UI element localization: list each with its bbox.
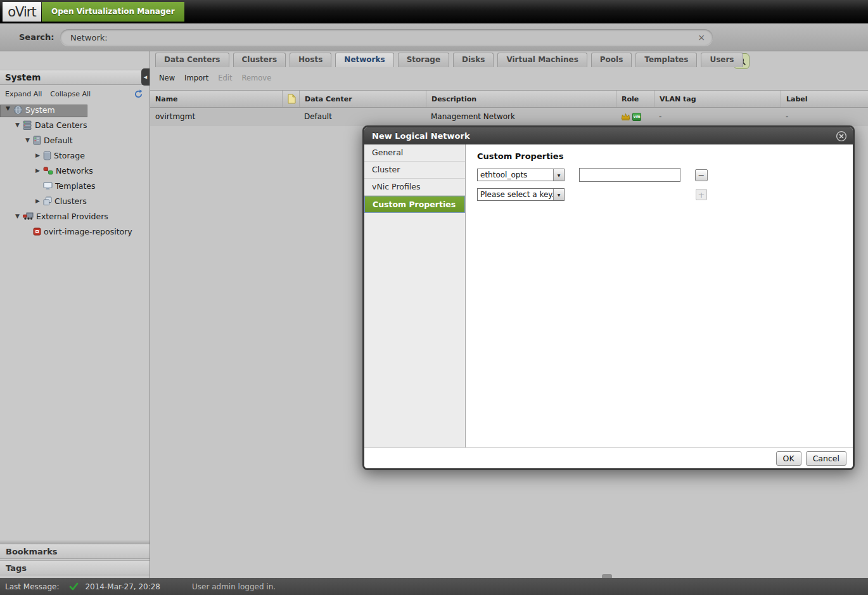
expand-all-link[interactable]: Expand All: [5, 90, 42, 98]
image-repository-icon: [33, 227, 41, 236]
tab-storage[interactable]: Storage: [398, 53, 449, 67]
top-bar: oVirt Open Virtualization Manager: [0, 0, 868, 23]
cell-name: ovirtmgmt: [150, 108, 282, 125]
import-button[interactable]: Import: [184, 74, 208, 82]
tab-data-centers[interactable]: Data Centers: [155, 53, 229, 67]
dialog-body: General Cluster vNic Profiles Custom Pro…: [364, 144, 853, 447]
expander-open-icon[interactable]: ▼: [23, 137, 32, 143]
dialog-tab-general[interactable]: General: [364, 144, 465, 162]
column-name[interactable]: Name: [150, 91, 282, 107]
note-icon: [288, 94, 296, 104]
tree-item-ovirt-image-repository[interactable]: ovirt-image-repository: [0, 224, 150, 239]
system-tree-sidebar: System ◀ Expand All Collapse All ▼ Syste…: [0, 51, 150, 578]
close-icon: [836, 131, 847, 142]
refresh-icon[interactable]: [134, 89, 143, 99]
cell-comment: [282, 108, 299, 125]
main-nav-tabs: Data Centers Clusters Hosts Networks Sto…: [155, 53, 868, 67]
column-vlan-tag[interactable]: VLAN tag: [654, 91, 781, 107]
dropdown-arrow-icon: ▼: [553, 189, 564, 200]
tree-item-label: Clusters: [54, 196, 87, 206]
bookmarks-section-header[interactable]: Bookmarks: [0, 544, 150, 559]
custom-properties-heading: Custom Properties: [477, 151, 853, 161]
search-label: Search:: [19, 23, 54, 51]
external-providers-icon: [23, 212, 34, 221]
tree-item-label: Networks: [56, 166, 93, 176]
cell-label: -: [781, 108, 868, 125]
tree-item-label: System: [25, 105, 55, 117]
add-property-button: +: [696, 189, 707, 200]
column-label[interactable]: Label: [781, 91, 868, 107]
property-key-select[interactable]: ethtool_opts ▼: [477, 169, 565, 181]
dialog-close-button[interactable]: [836, 131, 847, 142]
expander-open-icon[interactable]: ▼: [4, 105, 12, 117]
tree-item-networks[interactable]: ▶ Networks: [0, 163, 150, 178]
remove-property-button[interactable]: −: [695, 169, 708, 181]
tab-users[interactable]: Users: [701, 53, 743, 67]
clear-search-icon[interactable]: ×: [696, 32, 706, 42]
tags-section-header[interactable]: Tags: [0, 560, 150, 575]
tree-item-clusters[interactable]: ▶ Clusters: [0, 193, 150, 208]
tab-clusters[interactable]: Clusters: [233, 53, 286, 67]
management-network-crown-icon: [621, 113, 630, 121]
templates-icon: [43, 182, 53, 190]
tree-item-label: ovirt-image-repository: [44, 227, 132, 236]
system-globe-icon: [13, 105, 23, 115]
custom-properties-panel: Custom Properties ethtool_opts ▼ − Pleas…: [466, 144, 853, 447]
tab-pools[interactable]: Pools: [591, 53, 632, 67]
system-tree: ▼ System ▼ Data Centers ▼: [0, 105, 150, 239]
app-title-badge: Open Virtualization Manager: [42, 2, 184, 22]
dialog-tab-cluster[interactable]: Cluster: [364, 162, 465, 179]
dialog-tab-vnic-profiles[interactable]: vNic Profiles: [364, 179, 465, 196]
tree-item-label: Default: [44, 136, 73, 145]
data-center-icon: [33, 136, 41, 145]
tab-networks[interactable]: Networks: [335, 53, 393, 67]
tab-templates[interactable]: Templates: [635, 53, 697, 67]
tab-virtual-machines[interactable]: Virtual Machines: [497, 53, 587, 67]
collapse-all-link[interactable]: Collapse All: [50, 90, 91, 98]
dialog-side-tabs: General Cluster vNic Profiles Custom Pro…: [364, 144, 466, 447]
tree-item-external-providers[interactable]: ▼ External Providers: [0, 208, 150, 224]
dialog-tab-custom-properties[interactable]: Custom Properties: [364, 196, 465, 213]
status-bar: Last Message: 2014-Mar-27, 20:28 User ad…: [0, 578, 868, 595]
tab-hosts[interactable]: Hosts: [290, 53, 331, 67]
ovirt-logo-text: oVirt: [8, 4, 35, 20]
clusters-icon: [43, 196, 52, 206]
tab-disks[interactable]: Disks: [453, 53, 494, 67]
cancel-button[interactable]: Cancel: [806, 451, 846, 466]
tree-item-storage[interactable]: ▶ Storage: [0, 148, 150, 163]
edit-button: Edit: [218, 74, 232, 82]
expander-open-icon[interactable]: ▼: [13, 213, 22, 219]
selected-key: ethtool_opts: [478, 169, 553, 181]
column-role[interactable]: Role: [616, 91, 654, 107]
tree-item-templates[interactable]: Templates: [0, 178, 150, 193]
tree-item-data-centers[interactable]: ▼ Data Centers: [0, 117, 150, 132]
networks-icon: [43, 166, 53, 175]
cell-vlan-tag: -: [654, 108, 781, 125]
cell-data-center: Default: [299, 108, 426, 125]
last-message-label: Last Message:: [5, 582, 59, 591]
new-button[interactable]: New: [159, 74, 175, 82]
expander-open-icon[interactable]: ▼: [13, 122, 22, 128]
tree-item-default[interactable]: ▼ Default: [0, 132, 150, 148]
ok-button[interactable]: OK: [776, 451, 801, 466]
ovirt-logo: oVirt: [3, 2, 41, 22]
property-value-input[interactable]: [579, 168, 680, 182]
sidebar-title: System: [0, 70, 150, 85]
property-row: Please select a key... ▼ +: [477, 188, 853, 201]
network-row-ovirtmgmt[interactable]: ovirtmgmt Default Management Network vm …: [150, 108, 868, 125]
expander-closed-icon[interactable]: ▶: [34, 198, 42, 204]
expander-closed-icon[interactable]: ▶: [34, 152, 42, 158]
networks-toolbar: New Import Edit Remove: [150, 67, 868, 89]
remove-button: Remove: [242, 74, 272, 82]
new-property-key-select[interactable]: Please select a key... ▼: [477, 188, 565, 201]
dialog-title-bar[interactable]: New Logical Network: [364, 127, 853, 144]
column-description[interactable]: Description: [426, 91, 616, 107]
column-data-center[interactable]: Data Center: [299, 91, 426, 107]
search-input[interactable]: [70, 33, 696, 42]
sidebar-collapse-button[interactable]: ◀: [141, 68, 150, 86]
column-comment[interactable]: [282, 91, 299, 107]
dialog-footer: OK Cancel: [364, 447, 853, 468]
expander-closed-icon[interactable]: ▶: [34, 167, 42, 174]
tree-item-system[interactable]: ▼ System: [0, 105, 87, 117]
vm-network-icon: vm: [632, 113, 641, 121]
